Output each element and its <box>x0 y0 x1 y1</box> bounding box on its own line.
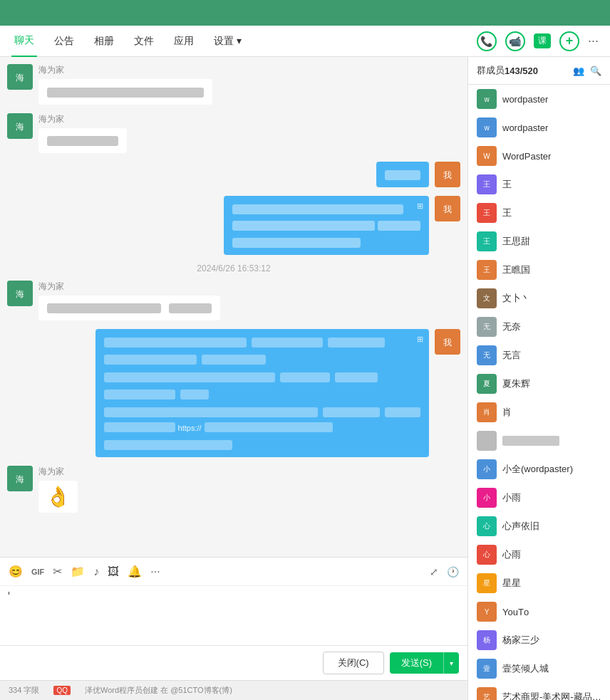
members-list[interactable]: wwordpasterwwordpasterWWordPaster王王王王王王思… <box>468 85 610 700</box>
member-name: 杨家三少 <box>502 634 539 647</box>
member-avatar: W <box>477 146 497 166</box>
close-button[interactable] <box>590 11 601 14</box>
member-name: wordpaster <box>502 122 548 133</box>
member-item[interactable]: 心心雨 <box>468 540 610 569</box>
video-button[interactable]: 📹 <box>505 31 525 51</box>
clock-button[interactable]: 🕐 <box>447 566 459 578</box>
chat-area: 海 海为家 海 海为家 <box>0 57 467 700</box>
nav-settings[interactable]: 设置 ▾ <box>211 26 244 56</box>
member-avatar: Y <box>477 602 497 622</box>
member-item[interactable]: 王王 <box>468 199 610 227</box>
message-row: 海 海为家 <box>7 281 460 321</box>
gif-button[interactable]: GIF <box>31 568 44 576</box>
member-name: 王 <box>502 178 512 191</box>
member-item[interactable]: 王王思甜 <box>468 227 610 256</box>
member-item[interactable]: 无无奈 <box>468 313 610 341</box>
nav-bar: 聊天 公告 相册 文件 应用 设置 ▾ 📞 📹 课 + ··· <box>0 26 610 57</box>
qq-badge: QQ <box>53 686 71 695</box>
member-avatar <box>477 431 497 451</box>
svg-text:我: 我 <box>443 170 452 180</box>
nav-chat[interactable]: 聊天 <box>11 26 37 57</box>
bell-button[interactable]: 🔔 <box>128 565 142 578</box>
expand-icon[interactable]: ⊞ <box>417 333 423 345</box>
member-item[interactable]: 杨杨家三少 <box>468 626 610 654</box>
member-item[interactable]: 文文卜丶 <box>468 284 610 313</box>
member-item[interactable]: 心心声依旧 <box>468 512 610 540</box>
member-name: 小雨 <box>502 491 521 504</box>
member-item[interactable]: 无无言 <box>468 341 610 370</box>
course-button[interactable]: 课 <box>534 33 551 48</box>
add-button[interactable]: + <box>559 31 579 51</box>
member-item[interactable]: wwordpaster <box>468 85 610 113</box>
member-name: 小全(wordpaster) <box>502 463 573 476</box>
members-icon1[interactable]: 👥 <box>573 66 584 76</box>
avatar: 海 <box>7 113 33 139</box>
avatar: 我 <box>435 329 460 355</box>
close-chat-button[interactable]: 关闭(C) <box>323 652 384 674</box>
member-avatar: 王 <box>477 231 497 251</box>
minimize-button[interactable] <box>556 11 567 14</box>
members-title: 群成员 <box>477 64 505 77</box>
emoji-button[interactable]: 😊 <box>9 565 23 578</box>
call-button[interactable]: 📞 <box>477 31 497 51</box>
message-input[interactable] <box>9 595 459 637</box>
input-field-area <box>0 585 467 645</box>
nav-album[interactable]: 相册 <box>91 26 117 56</box>
member-name: WordPaster <box>502 151 551 162</box>
member-item[interactable]: wwordpaster <box>468 113 610 142</box>
message-row: 海 海为家 👌 <box>7 466 460 513</box>
report-button[interactable] <box>527 11 536 14</box>
member-item[interactable]: 肖肖 <box>468 398 610 427</box>
nav-notice[interactable]: 公告 <box>51 26 77 56</box>
member-item[interactable]: 小小全(wordpaster) <box>468 455 610 484</box>
message-row: 海 海为家 <box>7 64 460 105</box>
scissor-button[interactable]: ✂ <box>53 565 62 578</box>
message-sender: 海为家 <box>38 64 212 76</box>
music-button[interactable]: ♪ <box>93 565 99 578</box>
member-name: 王 <box>502 207 512 219</box>
image-button[interactable]: 🖼 <box>108 565 119 578</box>
nav-app[interactable]: 应用 <box>171 26 197 56</box>
send-button[interactable]: 发送(S) <box>390 652 443 674</box>
message-sender: 海为家 <box>38 113 127 125</box>
member-item[interactable]: 王王瞧国 <box>468 256 610 284</box>
svg-text:海: 海 <box>16 73 24 83</box>
avatar: 我 <box>435 196 460 221</box>
message-row: 我 ⊞ <box>7 196 460 255</box>
message-timestamp: 2024/6/26 16:53:12 <box>7 263 460 273</box>
more-nav-button[interactable]: ··· <box>588 33 599 48</box>
members-sidebar: 群成员 143/520 👥 🔍 wwordpasterwwordpasterWW… <box>467 57 610 700</box>
message-content: ⊞ https:// <box>95 329 429 457</box>
member-name: 文卜丶 <box>502 292 530 305</box>
member-name: 无奈 <box>502 320 521 333</box>
member-item[interactable]: YYouTо <box>468 597 610 626</box>
members-count: 143/520 <box>505 66 538 76</box>
member-item[interactable]: 王王 <box>468 170 610 199</box>
member-item[interactable]: 星星星 <box>468 569 610 597</box>
expand-icon[interactable]: ⊞ <box>417 200 423 212</box>
more-toolbar-button[interactable]: ··· <box>150 565 160 578</box>
send-dropdown-button[interactable]: ▾ <box>443 652 459 674</box>
nav-left: 聊天 公告 相册 文件 应用 设置 ▾ <box>11 26 244 57</box>
nav-file[interactable]: 文件 <box>131 26 157 56</box>
svg-text:海: 海 <box>16 122 24 132</box>
member-item[interactable]: 夏夏朱辉 <box>468 370 610 398</box>
maximize-button[interactable] <box>573 11 584 14</box>
members-header-icons: 👥 🔍 <box>573 66 601 76</box>
member-name: 艺术商盟-美术网-藏品库- <box>502 691 601 700</box>
member-avatar: 王 <box>477 174 497 194</box>
member-item[interactable] <box>468 427 610 455</box>
expand-button[interactable]: ⤢ <box>430 566 438 578</box>
message-sender: 海为家 <box>38 281 220 293</box>
folder-button[interactable]: 📁 <box>71 565 85 578</box>
member-avatar: 杨 <box>477 630 497 650</box>
member-avatar: w <box>477 117 497 137</box>
member-item[interactable]: 小小雨 <box>468 484 610 512</box>
member-item[interactable]: WWordPaster <box>468 142 610 170</box>
chevron-icon[interactable] <box>542 11 550 14</box>
member-item[interactable]: 艺艺术商盟-美术网-藏品库- <box>468 683 610 700</box>
members-search-icon[interactable]: 🔍 <box>590 66 601 76</box>
member-item[interactable]: 壹壹笑倾人城 <box>468 654 610 683</box>
messages-container[interactable]: 海 海为家 海 海为家 <box>0 57 467 557</box>
message-content: 海为家 <box>38 281 220 321</box>
